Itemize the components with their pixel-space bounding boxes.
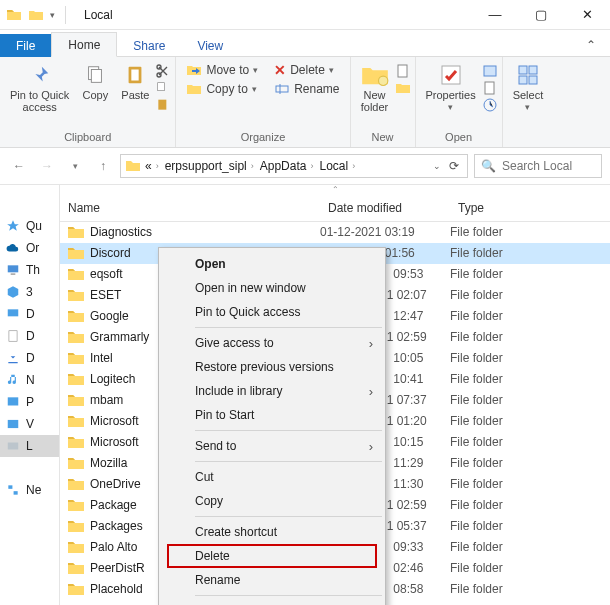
properties-button[interactable]: Properties ▾ <box>420 61 482 115</box>
file-type: File folder <box>450 267 610 281</box>
cut-icon[interactable] <box>155 63 171 79</box>
breadcrumb-item[interactable]: erpsupport_sipl› <box>165 159 256 173</box>
sidebar-item[interactable]: V <box>0 413 59 435</box>
file-name: Grammarly <box>90 330 149 344</box>
new-folder-button[interactable]: New folder <box>355 61 395 115</box>
folder-icon <box>68 540 84 554</box>
group-open: Properties ▾ Open <box>416 57 503 147</box>
paste-shortcut-icon[interactable] <box>155 97 171 113</box>
pin-icon <box>26 63 54 87</box>
svg-rect-28 <box>14 491 18 495</box>
sidebar-label: N <box>26 373 35 387</box>
close-button[interactable]: ✕ <box>564 0 610 30</box>
group-organize: Move to▾ Copy to▾ ✕Delete▾ Rename Organi… <box>176 57 350 147</box>
disk-icon <box>6 439 20 453</box>
move-to-button[interactable]: Move to▾ <box>180 61 264 79</box>
ctx-include-lib[interactable]: Include in library <box>161 379 383 403</box>
ctx-copy[interactable]: Copy <box>161 489 383 513</box>
ctx-give-access[interactable]: Give access to <box>161 331 383 355</box>
sidebar-item[interactable] <box>0 457 59 479</box>
tab-view[interactable]: View <box>181 34 239 57</box>
dropdown-icon[interactable]: ⌄ <box>433 161 441 171</box>
ctx-open[interactable]: Open <box>161 252 383 276</box>
dropdown-icon[interactable]: ▾ <box>50 10 55 20</box>
sidebar-item[interactable]: 3 <box>0 281 59 303</box>
breadcrumb-overflow[interactable]: «› <box>145 159 161 173</box>
delete-button[interactable]: ✕Delete▾ <box>268 61 345 79</box>
new-item-icon[interactable] <box>395 63 411 79</box>
sidebar-item[interactable]: Ne <box>0 479 59 501</box>
nav-pane[interactable]: QuOrTh3DDDNPVLNe <box>0 185 60 605</box>
edit-icon[interactable] <box>482 80 498 96</box>
breadcrumb-item[interactable]: Local› <box>319 159 357 173</box>
sidebar-item[interactable]: Qu <box>0 215 59 237</box>
breadcrumb-item[interactable]: AppData› <box>260 159 316 173</box>
tab-file[interactable]: File <box>0 34 51 57</box>
table-row[interactable]: Diagnostics01-12-2021 03:19File folder <box>60 222 610 243</box>
search-input[interactable] <box>502 159 595 173</box>
back-button[interactable]: ← <box>8 155 30 177</box>
ctx-open-new[interactable]: Open in new window <box>161 276 383 300</box>
svg-rect-18 <box>519 76 527 84</box>
ctx-properties[interactable]: Properties <box>161 599 383 605</box>
download-icon <box>6 351 20 365</box>
file-type: File folder <box>450 351 610 365</box>
cube-icon <box>6 285 20 299</box>
search-box[interactable]: 🔍 <box>474 154 602 178</box>
svg-rect-27 <box>8 485 12 489</box>
sidebar-item[interactable]: N <box>0 369 59 391</box>
column-type[interactable]: Type <box>450 195 610 221</box>
sidebar-item[interactable]: D <box>0 325 59 347</box>
tab-share[interactable]: Share <box>117 34 181 57</box>
ctx-restore[interactable]: Restore previous versions <box>161 355 383 379</box>
column-headers[interactable]: Name Date modified Type <box>60 195 610 222</box>
rename-button[interactable]: Rename <box>268 80 345 98</box>
copy-button[interactable]: Copy <box>75 61 115 103</box>
refresh-icon[interactable]: ⟳ <box>445 159 463 173</box>
recent-button[interactable]: ▾ <box>64 155 86 177</box>
up-button[interactable]: ↑ <box>92 155 114 177</box>
ctx-pin-qa[interactable]: Pin to Quick access <box>161 300 383 324</box>
ctx-pin-start[interactable]: Pin to Start <box>161 403 383 427</box>
copy-icon <box>81 63 109 87</box>
ctx-delete[interactable]: Delete <box>167 544 377 568</box>
maximize-button[interactable]: ▢ <box>518 0 564 30</box>
ctx-cut[interactable]: Cut <box>161 465 383 489</box>
paste-button[interactable]: Paste <box>115 61 155 103</box>
ribbon-collapse-icon[interactable]: ⌃ <box>580 34 602 56</box>
file-type: File folder <box>450 393 610 407</box>
sidebar-label: Qu <box>26 219 42 233</box>
folder-icon <box>6 7 22 23</box>
minimize-button[interactable]: — <box>472 0 518 30</box>
svg-rect-16 <box>519 66 527 74</box>
ctx-shortcut[interactable]: Create shortcut <box>161 520 383 544</box>
sidebar-item[interactable]: L <box>0 435 59 457</box>
copy-path-icon[interactable] <box>155 80 171 96</box>
sidebar-item[interactable]: P <box>0 391 59 413</box>
svg-rect-26 <box>8 443 19 450</box>
sidebar-item[interactable]: D <box>0 303 59 325</box>
file-type: File folder <box>450 561 610 575</box>
breadcrumb[interactable]: «› erpsupport_sipl› AppData› Local› ⌄ ⟳ <box>120 154 468 178</box>
column-date[interactable]: Date modified <box>320 195 450 221</box>
open-icon[interactable] <box>482 63 498 79</box>
sidebar-item[interactable]: D <box>0 347 59 369</box>
tab-home[interactable]: Home <box>51 32 117 57</box>
copy-to-button[interactable]: Copy to▾ <box>180 80 264 98</box>
column-name[interactable]: Name <box>60 195 320 221</box>
folder-icon <box>68 582 84 596</box>
select-button[interactable]: Select ▾ <box>507 61 550 115</box>
file-type: File folder <box>450 435 610 449</box>
sidebar-item[interactable]: Th <box>0 259 59 281</box>
sidebar-item[interactable]: Or <box>0 237 59 259</box>
sidebar-label: Th <box>26 263 40 277</box>
pin-quick-access-button[interactable]: Pin to Quick access <box>4 61 75 115</box>
forward-button[interactable]: → <box>36 155 58 177</box>
folder-icon <box>68 561 84 575</box>
history-icon[interactable] <box>482 97 498 113</box>
ctx-rename[interactable]: Rename <box>161 568 383 592</box>
ctx-send-to[interactable]: Send to <box>161 434 383 458</box>
easy-access-icon[interactable] <box>395 80 411 96</box>
svg-rect-7 <box>159 100 167 110</box>
file-name: Packages <box>90 519 143 533</box>
